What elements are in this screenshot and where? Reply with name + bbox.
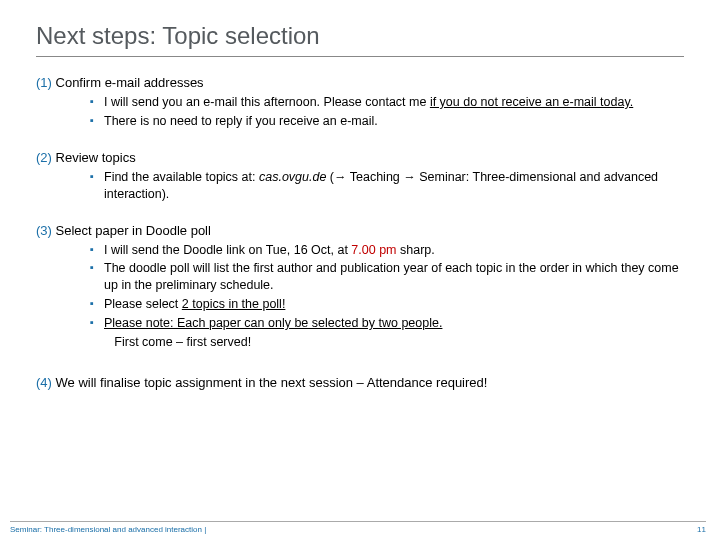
section-3-num: (3): [36, 223, 52, 238]
slide-body: Next steps: Topic selection (1) Confirm …: [0, 0, 720, 390]
section-2-num: (2): [36, 150, 52, 165]
footer: Seminar: Three-dimensional and advanced …: [10, 521, 706, 534]
list-item: I will send you an e-mail this afternoon…: [90, 94, 684, 111]
section-1: (1) Confirm e-mail addresses I will send…: [36, 75, 684, 130]
section-3-head: (3) Select paper in Doodle poll: [36, 223, 684, 238]
section-4-title: We will finalise topic assignment in the…: [56, 375, 488, 390]
list-item: Please select 2 topics in the poll!: [90, 296, 684, 313]
section-3-bullets: I will send the Doodle link on Tue, 16 O…: [90, 242, 684, 351]
section-1-head: (1) Confirm e-mail addresses: [36, 75, 684, 90]
page-number: 11: [697, 525, 706, 534]
section-4-head: (4) We will finalise topic assignment in…: [36, 375, 684, 390]
list-item: The doodle poll will list the first auth…: [90, 260, 684, 294]
list-item: First come – first served!: [90, 334, 684, 351]
footer-left: Seminar: Three-dimensional and advanced …: [10, 525, 206, 534]
section-2: (2) Review topics Find the available top…: [36, 150, 684, 203]
section-4-num: (4): [36, 375, 52, 390]
list-item: Please note: Each paper can only be sele…: [90, 315, 684, 332]
list-item: I will send the Doodle link on Tue, 16 O…: [90, 242, 684, 259]
section-3-title: Select paper in Doodle poll: [56, 223, 211, 238]
section-2-head: (2) Review topics: [36, 150, 684, 165]
section-1-title: Confirm e-mail addresses: [56, 75, 204, 90]
section-2-title: Review topics: [56, 150, 136, 165]
section-1-num: (1): [36, 75, 52, 90]
section-2-bullets: Find the available topics at: cas.ovgu.d…: [90, 169, 684, 203]
section-1-bullets: I will send you an e-mail this afternoon…: [90, 94, 684, 130]
list-item: There is no need to reply if you receive…: [90, 113, 684, 130]
section-3: (3) Select paper in Doodle poll I will s…: [36, 223, 684, 351]
section-4: (4) We will finalise topic assignment in…: [36, 375, 684, 390]
slide-title: Next steps: Topic selection: [36, 22, 684, 57]
list-item: Find the available topics at: cas.ovgu.d…: [90, 169, 684, 203]
